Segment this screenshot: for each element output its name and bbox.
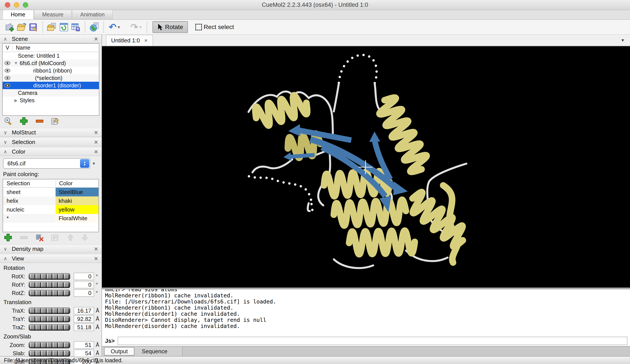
status-bar: File: [/Users/terrari/Downloads/6fs6.cif…	[0, 356, 630, 364]
zoom-value[interactable]: 51	[74, 341, 94, 349]
remove-object-button[interactable]	[35, 116, 44, 127]
trax-value[interactable]: 16.17	[74, 307, 94, 314]
color-swatch-cell[interactable]: yellow	[56, 205, 98, 214]
color-target-select[interactable]: 6fs6.cif ▲▼	[3, 158, 90, 169]
rotx-row: RotX: 0 °	[0, 272, 102, 281]
js-command-input[interactable]	[118, 337, 628, 345]
status-text: File: [/Users/terrari/Downloads/6fs6.cif…	[4, 357, 123, 364]
color-panel-header[interactable]: ∧ Color ×	[0, 147, 102, 156]
toolbar: ↶ ▾ ↷ ▾ Rotate Rect select	[0, 20, 630, 34]
open-scene-button[interactable]	[16, 21, 28, 33]
collapse-chevron-icon[interactable]: ∧	[4, 256, 12, 262]
close-icon[interactable]: ×	[144, 37, 148, 44]
rect-select-tool[interactable]: Rect select	[195, 24, 234, 31]
color-swatch-cell[interactable]: khaki	[56, 196, 98, 205]
paint-row-helix[interactable]: helix khaki	[3, 196, 98, 205]
redo-icon[interactable]: ↷	[130, 22, 138, 32]
color-swatch-cell[interactable]: SteelBlue	[56, 188, 98, 196]
close-icon[interactable]: ×	[94, 246, 98, 252]
scene-panel-header[interactable]: ∧ Scene ×	[0, 34, 102, 43]
save-scene-button[interactable]	[28, 21, 40, 33]
close-icon[interactable]: ×	[94, 148, 98, 155]
tree-row-styles[interactable]: ▶ Styles	[2, 97, 99, 104]
expander-closed-icon[interactable]: ▶	[12, 98, 20, 103]
collapse-chevron-icon[interactable]: ∨	[4, 139, 12, 145]
tab-home[interactable]: Home	[2, 10, 34, 19]
tray-value[interactable]: 92.82	[74, 315, 94, 323]
traz-value[interactable]: 51.18	[74, 324, 94, 331]
rotate-tool-button[interactable]: Rotate	[152, 21, 188, 33]
tab-list-menu-icon[interactable]: ▾	[622, 38, 624, 43]
eye-icon[interactable]	[2, 61, 12, 65]
density-panel-header[interactable]: ∨ Density map ×	[0, 244, 102, 253]
paint-row-default[interactable]: * FloralWhite	[3, 214, 98, 223]
roty-value[interactable]: 0	[74, 281, 94, 288]
tree-row-molcoord[interactable]: ▼ 6fs6.cif (MolCoord)	[2, 59, 99, 67]
close-icon[interactable]: ×	[94, 139, 98, 146]
new-scene-button[interactable]	[4, 21, 16, 33]
close-icon[interactable]: ×	[94, 36, 98, 42]
slab-slider[interactable]	[29, 350, 70, 357]
scene-tree-header: V Name	[2, 44, 99, 52]
tree-row-selection[interactable]: (*selection)	[2, 74, 99, 82]
close-window-button[interactable]	[5, 2, 10, 8]
log-line: File: [/Users/terrari/Downloads/6fs6.cif…	[105, 299, 630, 305]
add-paint-button[interactable]	[4, 233, 13, 243]
rotx-slider[interactable]	[29, 273, 70, 280]
move-up-button	[66, 233, 74, 243]
paint-row-sheet[interactable]: sheet SteelBlue	[3, 188, 98, 196]
tray-slider[interactable]	[29, 316, 70, 322]
eye-icon[interactable]	[2, 76, 12, 80]
selection-panel-header[interactable]: ∨ Selection ×	[0, 138, 102, 146]
tree-row-ribbon[interactable]: ribbon1 (ribbon)	[2, 67, 99, 74]
reload-file-button[interactable]	[58, 21, 70, 33]
undo-icon[interactable]: ↶	[109, 22, 116, 32]
tab-animation[interactable]: Animation	[72, 10, 113, 19]
viewport-tab[interactable]: Untitled 1:0 ×	[106, 35, 153, 46]
move-down-button	[81, 233, 89, 243]
color-swatch-cell[interactable]: FloralWhite	[56, 214, 98, 223]
rotx-value[interactable]: 0	[74, 273, 94, 280]
tree-row-scene[interactable]: Scene: Untitled 1	[2, 52, 99, 59]
collapse-chevron-icon[interactable]: ∧	[4, 36, 12, 42]
tab-measure[interactable]: Measure	[34, 10, 72, 19]
molecule-viewport[interactable]	[102, 46, 630, 288]
tree-row-camera[interactable]: Camera	[2, 89, 99, 97]
tree-row-disorder[interactable]: disorder1 (disorder)	[2, 82, 99, 89]
clear-paint-button[interactable]	[35, 233, 44, 243]
eye-icon[interactable]	[2, 83, 12, 88]
close-icon[interactable]: ×	[94, 129, 98, 136]
zoom-slider[interactable]	[29, 342, 70, 348]
slab-value[interactable]: 54	[74, 350, 94, 357]
save-file-button[interactable]	[70, 21, 82, 33]
eye-icon[interactable]	[2, 68, 12, 73]
close-icon[interactable]: ×	[94, 255, 98, 262]
tab-sequence[interactable]: Sequence	[136, 347, 174, 356]
molstruct-panel-header[interactable]: ∨ MolStruct ×	[0, 128, 102, 137]
rotz-slider[interactable]	[29, 290, 70, 296]
view-panel-header[interactable]: ∧ View ×	[0, 254, 102, 263]
stepper-icon[interactable]: ▲▼	[80, 159, 89, 168]
object-properties-button[interactable]	[51, 116, 60, 127]
rotz-value[interactable]: 0	[74, 289, 94, 297]
zoom-object-button[interactable]	[4, 116, 13, 127]
collapse-chevron-icon[interactable]: ∨	[4, 246, 12, 252]
open-file-icon	[47, 22, 57, 32]
minimize-window-button[interactable]	[14, 2, 19, 8]
roty-slider[interactable]	[29, 281, 70, 288]
expander-open-icon[interactable]: ▼	[12, 61, 20, 66]
tab-output[interactable]: Output	[104, 347, 134, 356]
chevron-down-icon[interactable]: ▾	[93, 161, 98, 166]
open-file-button[interactable]	[46, 21, 58, 33]
js-command-row: Js>	[102, 336, 630, 346]
trax-slider[interactable]	[29, 307, 70, 314]
zoom-window-button[interactable]	[23, 2, 28, 8]
traz-slider[interactable]	[29, 324, 70, 331]
paint-row-nucleic[interactable]: nucleic yellow	[3, 205, 98, 214]
console-splitter[interactable]	[102, 288, 630, 289]
collapse-chevron-icon[interactable]: ∨	[4, 130, 12, 136]
add-object-button[interactable]	[19, 116, 28, 127]
open-pdb-web-button[interactable]	[88, 21, 100, 33]
undo-menu-caret[interactable]: ▾	[118, 24, 120, 30]
collapse-chevron-icon[interactable]: ∧	[4, 149, 12, 155]
